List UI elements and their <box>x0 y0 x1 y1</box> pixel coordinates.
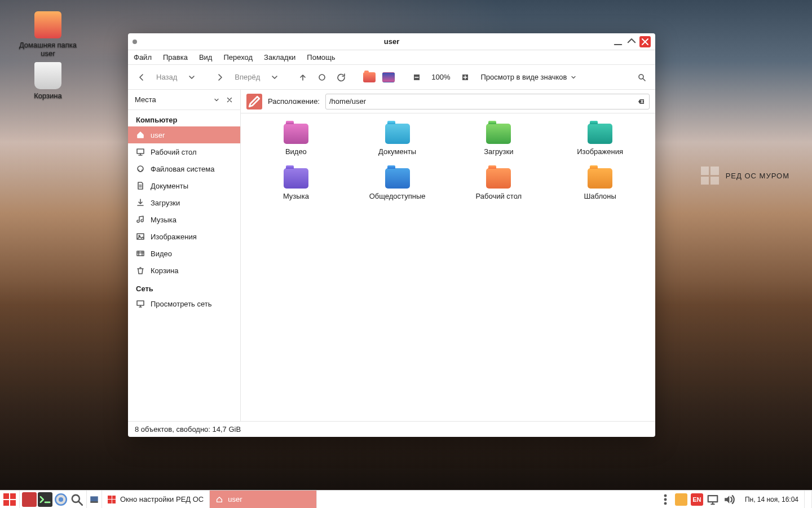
menu-edit[interactable]: Правка <box>163 53 188 62</box>
show-desktop-button[interactable] <box>87 491 102 509</box>
desktop-icon-trash[interactable]: Корзина <box>17 62 79 100</box>
desktop-icon <box>136 147 145 156</box>
quick-launch <box>20 491 87 509</box>
forward-label[interactable]: Вперёд <box>231 69 263 85</box>
folder-item[interactable]: Загрузки <box>448 124 550 156</box>
edit-path-button[interactable] <box>246 94 262 110</box>
trash-icon <box>34 62 61 89</box>
sidebar-item-label: Файловая система <box>151 165 214 173</box>
stop-button[interactable] <box>314 69 330 85</box>
sidebar-item-fs[interactable]: Файловая система <box>128 160 240 177</box>
computer-button[interactable] <box>381 69 396 85</box>
svg-point-16 <box>665 498 667 500</box>
statusbar: 8 объектов, свободно: 14,7 GiB <box>128 421 655 437</box>
clear-input-icon[interactable] <box>637 97 646 106</box>
music-icon <box>136 215 145 224</box>
sidebar-item-label: Документы <box>151 182 188 190</box>
main-panel: Расположение: ВидеоДокументыЗагрузкиИзоб… <box>241 90 655 421</box>
folder-item[interactable]: Общедоступные <box>347 168 448 200</box>
location-input-wrap[interactable] <box>325 94 650 110</box>
folder-icon <box>284 124 308 144</box>
forward-history-dropdown[interactable] <box>267 69 283 85</box>
sidebar-item-desktop[interactable]: Рабочий стол <box>128 143 240 160</box>
svg-rect-13 <box>90 496 98 501</box>
folder-item[interactable]: Документы <box>347 124 448 156</box>
zoom-out-button[interactable] <box>409 69 425 85</box>
taskbar-clock[interactable]: Пн, 14 ноя, 16:04 <box>739 491 805 509</box>
status-text: 8 объектов, свободно: 14,7 GiB <box>135 425 241 433</box>
tray-network-icon[interactable] <box>707 493 719 506</box>
folder-icon <box>486 168 511 189</box>
sidebar-item-label: Корзина <box>151 266 179 275</box>
tray-keyboard-layout[interactable]: EN <box>691 493 703 506</box>
sidebar-item-home[interactable]: user <box>128 126 240 143</box>
window-menu-icon[interactable] <box>133 40 137 44</box>
start-menu-button[interactable] <box>0 491 20 509</box>
folder-item[interactable]: Рабочий стол <box>448 168 550 200</box>
sidebar-section-network: Сеть <box>128 279 240 295</box>
chevron-down-icon <box>213 97 220 103</box>
folder-item[interactable]: Музыка <box>245 168 347 200</box>
sidebar-item-image[interactable]: Изображения <box>128 228 240 245</box>
taskbar-task-filemanager[interactable]: user <box>210 491 317 509</box>
folder-icon <box>588 168 612 189</box>
sidebar-item-doc[interactable]: Документы <box>128 177 240 194</box>
location-input[interactable] <box>329 97 637 106</box>
home-folder-icon <box>363 72 376 82</box>
zoom-level: 100% <box>428 69 453 85</box>
svg-rect-9 <box>137 301 144 305</box>
back-button[interactable] <box>134 69 149 85</box>
tray-update-icon[interactable] <box>675 493 687 506</box>
close-button[interactable] <box>639 36 651 47</box>
view-mode-selector[interactable]: Просмотр в виде значков <box>481 73 577 81</box>
quick-launch-browser[interactable] <box>54 492 68 507</box>
home-button[interactable] <box>361 69 377 85</box>
menu-bookmarks[interactable]: Закладки <box>264 53 295 62</box>
sidebar-item-label: Видео <box>151 249 172 258</box>
menu-file[interactable]: Файл <box>134 53 152 62</box>
quick-launch-app1[interactable] <box>22 492 37 507</box>
reload-button[interactable] <box>333 69 349 85</box>
sidebar-header[interactable]: Места <box>128 90 240 110</box>
redos-logo-icon <box>3 493 16 506</box>
desktop-icon-home[interactable]: Домашняя папка user <box>17 11 79 58</box>
sidebar: Места Компьютер userРабочий столФайловая… <box>128 90 241 421</box>
menu-help[interactable]: Помощь <box>307 53 335 62</box>
minimize-button[interactable] <box>612 36 624 47</box>
file-manager-window: user Файл Правка Вид Переход Закладки По… <box>128 33 655 437</box>
taskbar-end-button[interactable] <box>805 491 812 509</box>
sidebar-item-network[interactable]: Просмотреть сеть <box>128 295 240 312</box>
menu-go[interactable]: Переход <box>223 53 253 62</box>
titlebar[interactable]: user <box>128 33 655 50</box>
quick-launch-terminal[interactable] <box>38 492 52 507</box>
download-icon <box>136 198 145 207</box>
up-button[interactable] <box>295 69 311 85</box>
folder-icon <box>486 124 511 144</box>
zoom-in-button[interactable] <box>457 69 473 85</box>
folder-label: Документы <box>378 147 416 156</box>
view-mode-label: Просмотр в виде значков <box>481 73 567 81</box>
back-history-dropdown[interactable] <box>184 69 200 85</box>
forward-button[interactable] <box>212 69 228 85</box>
watermark-text: РЕД ОС МУРОМ <box>726 172 789 180</box>
tray-volume-icon[interactable] <box>722 493 735 506</box>
svg-point-11 <box>59 497 63 501</box>
tray-menu-icon[interactable] <box>659 493 672 506</box>
menu-view[interactable]: Вид <box>199 53 213 62</box>
computer-icon <box>382 72 395 82</box>
maximize-button[interactable] <box>626 36 637 47</box>
sidebar-item-trash[interactable]: Корзина <box>128 262 240 279</box>
folder-item[interactable]: Шаблоны <box>549 168 651 200</box>
folder-item[interactable]: Видео <box>245 124 347 156</box>
back-label[interactable]: Назад <box>153 69 180 85</box>
sidebar-item-download[interactable]: Загрузки <box>128 194 240 211</box>
taskbar-task-settings[interactable]: Окно настройки РЕД ОС <box>102 491 210 509</box>
folder-label: Шаблоны <box>584 192 616 200</box>
quick-launch-search[interactable] <box>69 492 84 507</box>
search-button[interactable] <box>634 69 650 85</box>
menubar: Файл Правка Вид Переход Закладки Помощь <box>128 50 655 65</box>
sidebar-item-video[interactable]: Видео <box>128 245 240 262</box>
sidebar-item-music[interactable]: Музыка <box>128 211 240 228</box>
close-panel-icon[interactable] <box>226 96 233 104</box>
folder-item[interactable]: Изображения <box>549 124 651 156</box>
